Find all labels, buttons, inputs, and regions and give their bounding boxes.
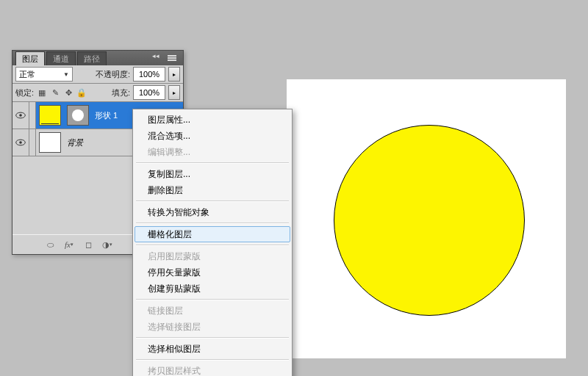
shape-circle[interactable] (334, 125, 525, 316)
panel-collapse-icon[interactable]: ◂◂ (152, 52, 159, 59)
eye-icon (15, 139, 26, 146)
fx-icon[interactable]: fx▾ (62, 239, 76, 250)
lock-label: 锁定: (15, 87, 34, 98)
menu-enable-layer-mask: 启用图层蒙版 (135, 248, 290, 264)
lock-brush-icon[interactable]: ✎ (50, 87, 60, 98)
menu-select-similar-layers[interactable]: 选择相似图层 (135, 341, 290, 357)
opacity-stepper[interactable]: ▸ (168, 67, 180, 82)
menu-separator (136, 337, 289, 339)
menu-separator (136, 200, 289, 202)
panel-menu-icon[interactable] (164, 54, 180, 62)
menu-separator (136, 162, 289, 164)
menu-copy-layer-style: 拷贝图层样式 (135, 363, 290, 376)
blend-mode-dropdown[interactable]: 正常 ▼ (15, 67, 73, 82)
layer-thumbnail[interactable] (39, 105, 61, 126)
menu-link-layers: 链接图层 (135, 303, 290, 319)
menu-convert-smart-object[interactable]: 转换为智能对象 (135, 204, 290, 220)
tab-paths[interactable]: 路径 (77, 51, 107, 65)
menu-duplicate-layer[interactable]: 复制图层... (135, 166, 290, 182)
chevron-down-icon: ▼ (63, 71, 69, 78)
fill-label: 填充: (112, 87, 130, 98)
menu-select-linked-layers: 选择链接图层 (135, 319, 290, 335)
visibility-toggle[interactable] (12, 129, 29, 156)
menu-create-clipping-mask[interactable]: 创建剪贴蒙版 (135, 281, 290, 297)
menu-separator (136, 223, 289, 224)
menu-layer-properties[interactable]: 图层属性... (135, 112, 290, 128)
menu-disable-vector-mask[interactable]: 停用矢量蒙版 (135, 264, 290, 281)
layer-name[interactable]: 形状 1 (95, 110, 118, 121)
opacity-label: 不透明度: (96, 69, 130, 80)
link-col (29, 102, 36, 129)
document-canvas[interactable] (287, 79, 566, 358)
eye-icon (15, 112, 26, 119)
lock-icons-group: ▦ ✎ ✥ 🔒 (37, 87, 87, 98)
tab-channels[interactable]: 通道 (46, 51, 76, 65)
lock-transparent-icon[interactable]: ▦ (37, 87, 47, 98)
svg-point-3 (19, 141, 22, 144)
layer-name[interactable]: 背景 (67, 137, 83, 148)
lock-fill-row: 锁定: ▦ ✎ ✥ 🔒 填充: 100% ▸ (12, 84, 183, 102)
fill-stepper[interactable]: ▸ (168, 85, 180, 100)
visibility-toggle[interactable] (12, 102, 29, 129)
link-col (29, 129, 36, 156)
layer-thumbnail[interactable] (39, 132, 61, 153)
vector-mask-thumbnail[interactable] (67, 105, 89, 126)
menu-blending-options[interactable]: 混合选项... (135, 128, 290, 144)
menu-separator (136, 299, 289, 300)
svg-point-1 (19, 114, 22, 117)
tab-layers[interactable]: 图层 (15, 51, 45, 65)
adjustment-icon[interactable]: ◑▾ (101, 239, 114, 250)
menu-delete-layer[interactable]: 删除图层 (135, 182, 290, 198)
menu-edit-adjustment: 编辑调整... (135, 144, 290, 160)
lock-all-icon[interactable]: 🔒 (76, 87, 87, 98)
opacity-input[interactable]: 100% (133, 67, 165, 82)
blend-opacity-row: 正常 ▼ 不透明度: 100% ▸ (12, 65, 183, 84)
blend-mode-value: 正常 (19, 69, 35, 80)
add-mask-icon[interactable]: ◻ (82, 239, 95, 250)
menu-rasterize-layer[interactable]: 栅格化图层 (135, 226, 290, 242)
link-layers-icon[interactable]: ⬭ (43, 239, 57, 250)
menu-separator (136, 359, 289, 361)
layer-context-menu: 图层属性... 混合选项... 编辑调整... 复制图层... 删除图层 转换为… (132, 109, 293, 376)
menu-separator (136, 245, 289, 246)
fill-input[interactable]: 100% (133, 85, 165, 100)
lock-move-icon[interactable]: ✥ (63, 87, 74, 98)
panel-titlebar: 图层 通道 路径 ◂◂ (12, 51, 183, 65)
